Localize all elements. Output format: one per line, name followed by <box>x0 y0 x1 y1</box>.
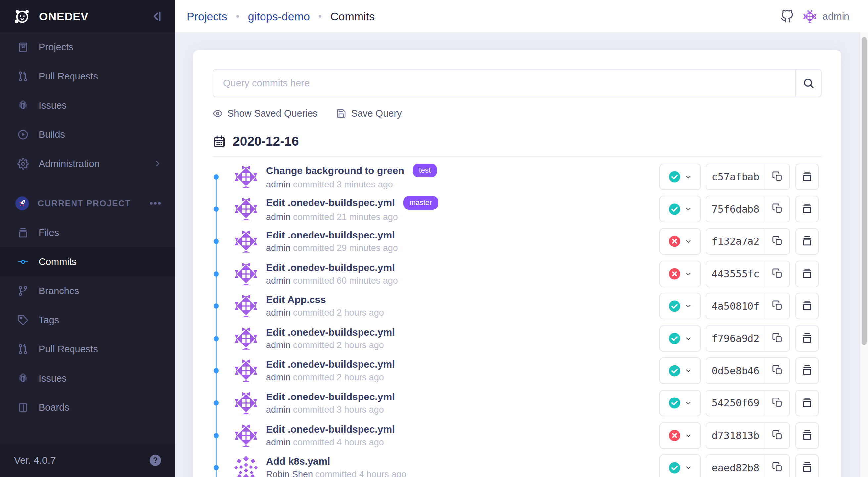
sidebar-item-administration[interactable]: Administration <box>0 149 176 178</box>
commit-hash-link[interactable]: d731813b <box>707 423 765 448</box>
commit-author-avatar <box>234 229 258 254</box>
build-status-button[interactable] <box>659 454 701 477</box>
search-button[interactable] <box>796 69 821 97</box>
commit-author-avatar <box>234 326 258 351</box>
sidebar-item-commits[interactable]: Commits <box>0 247 176 276</box>
sidebar-footer: Ver. 4.0.7 ? <box>0 444 176 477</box>
copy-hash-button[interactable] <box>765 455 789 477</box>
commit-info: Edit .onedev-buildspec.ymladmin committe… <box>266 359 395 383</box>
copy-hash-button[interactable] <box>765 294 789 319</box>
sidebar-item-boards[interactable]: Boards <box>0 393 176 422</box>
chevron-down-icon <box>684 238 692 245</box>
commit-title-link[interactable]: Add k8s.yaml <box>266 456 330 467</box>
sidebar-item-label: Issues <box>39 373 66 384</box>
github-icon[interactable] <box>780 9 794 23</box>
commit-title-link[interactable]: Edit .onedev-buildspec.yml <box>266 230 395 241</box>
build-status-button[interactable] <box>659 357 701 384</box>
page-scrollbar[interactable] <box>860 32 868 477</box>
commit-meta: admin committed 3 minutes ago <box>266 180 437 190</box>
collapse-sidebar-icon[interactable] <box>150 9 164 24</box>
branch-badge[interactable]: test <box>413 163 437 177</box>
commit-title-link[interactable]: Edit App.css <box>266 294 326 305</box>
commit-title-link[interactable]: Edit .onedev-buildspec.yml <box>266 359 395 370</box>
sidebar-item-issues[interactable]: Issues <box>0 364 176 393</box>
commit-actions: c57afbab <box>659 163 822 190</box>
commit-title-link[interactable]: Edit .onedev-buildspec.yml <box>266 262 395 273</box>
build-status-button[interactable] <box>659 325 701 352</box>
commit-hash-link[interactable]: 0d5e8b46 <box>707 358 765 383</box>
commit-query-input[interactable] <box>213 69 795 97</box>
sidebar-item-pull-requests[interactable]: Pull Requests <box>0 334 176 364</box>
commit-meta: admin committed 21 minutes ago <box>266 212 438 222</box>
brand-bar: ONEDEV <box>0 0 176 32</box>
commit-hash-link[interactable]: c57afbab <box>707 164 765 189</box>
copy-hash-button[interactable] <box>765 197 789 221</box>
commit-hash-link[interactable]: 4a50810f <box>707 294 765 319</box>
commit-title-link[interactable]: Edit .onedev-buildspec.yml <box>266 327 395 338</box>
save-icon <box>336 108 346 119</box>
commit-hash-link[interactable]: 75f6dab8 <box>707 197 765 221</box>
chevron-down-icon <box>684 431 692 440</box>
save-query-link[interactable]: Save Query <box>336 108 402 119</box>
commit-title-link[interactable]: Change background to green <box>266 165 404 176</box>
copy-hash-button[interactable] <box>765 229 789 254</box>
browse-code-button[interactable] <box>795 422 819 449</box>
copy-hash-button[interactable] <box>765 261 789 287</box>
user-menu[interactable]: admin <box>803 9 849 24</box>
breadcrumb-projects-link[interactable]: Projects <box>187 10 227 23</box>
commit-hash-link[interactable]: f796a9d2 <box>707 326 765 351</box>
commit-hash-link[interactable]: 54250f69 <box>707 391 765 416</box>
browse-code-button[interactable] <box>795 196 819 222</box>
build-status-button[interactable] <box>659 293 701 319</box>
build-status-button[interactable] <box>659 390 701 416</box>
copy-hash-button[interactable] <box>765 423 789 448</box>
browse-code-button[interactable] <box>795 390 819 416</box>
browse-code-button[interactable] <box>795 357 819 384</box>
sidebar-item-projects[interactable]: Projects <box>0 32 176 62</box>
browse-code-button[interactable] <box>795 228 819 255</box>
build-status-button[interactable] <box>659 261 701 287</box>
show-saved-queries-link[interactable]: Show Saved Queries <box>213 108 317 119</box>
build-status-button[interactable] <box>659 422 701 449</box>
breadcrumb-repo-link[interactable]: gitops-demo <box>248 10 310 23</box>
sidebar-item-issues[interactable]: Issues <box>0 91 176 120</box>
project-menu-ellipsis-icon[interactable] <box>148 197 162 210</box>
commit-title-link[interactable]: Edit .onedev-buildspec.yml <box>266 391 395 403</box>
browse-code-button[interactable] <box>795 325 819 352</box>
browse-code-button[interactable] <box>795 261 819 287</box>
commit-info: Edit .onedev-buildspec.ymladmin committe… <box>266 424 395 448</box>
copy-hash-button[interactable] <box>765 358 789 383</box>
copy-icon <box>772 268 783 280</box>
sidebar-item-branches[interactable]: Branches <box>0 276 176 305</box>
copy-hash-button[interactable] <box>765 164 789 189</box>
commit-author-avatar <box>234 423 258 448</box>
commit-meta: Robin Shen committed 4 hours ago <box>266 469 406 477</box>
sidebar-item-tags[interactable]: Tags <box>0 305 176 334</box>
current-project-section: CURRENT PROJECT <box>0 189 176 218</box>
sidebar-item-files[interactable]: Files <box>0 218 176 247</box>
help-question-circle-icon[interactable]: ? <box>150 455 161 466</box>
build-status-button[interactable] <box>659 196 701 222</box>
branch-badge[interactable]: master <box>403 196 438 210</box>
browse-code-button[interactable] <box>795 163 819 190</box>
copy-hash-button[interactable] <box>765 391 789 416</box>
browse-code-icon <box>802 332 813 345</box>
timeline-dot <box>214 174 219 180</box>
commit-title-link[interactable]: Edit .onedev-buildspec.yml <box>266 197 395 208</box>
scrollbar-thumb[interactable] <box>862 37 867 345</box>
commit-hash-link[interactable]: 443555fc <box>707 261 765 287</box>
commit-title-link[interactable]: Edit .onedev-buildspec.yml <box>266 424 395 435</box>
browse-code-button[interactable] <box>795 454 819 477</box>
build-status-button[interactable] <box>659 163 701 190</box>
commit-hash-link[interactable]: eaed82b8 <box>707 455 765 477</box>
sidebar-item-pull-requests[interactable]: Pull Requests <box>0 62 176 91</box>
commit-hash-box: f132a7a2 <box>706 228 790 255</box>
copy-hash-button[interactable] <box>765 326 789 351</box>
commit-hash-link[interactable]: f132a7a2 <box>707 229 765 254</box>
commit-author: admin <box>266 437 291 447</box>
browse-code-button[interactable] <box>795 293 819 319</box>
sidebar-item-builds[interactable]: Builds <box>0 120 176 149</box>
book-icon <box>17 41 29 53</box>
check-circle-icon <box>669 171 681 183</box>
build-status-button[interactable] <box>659 228 701 255</box>
